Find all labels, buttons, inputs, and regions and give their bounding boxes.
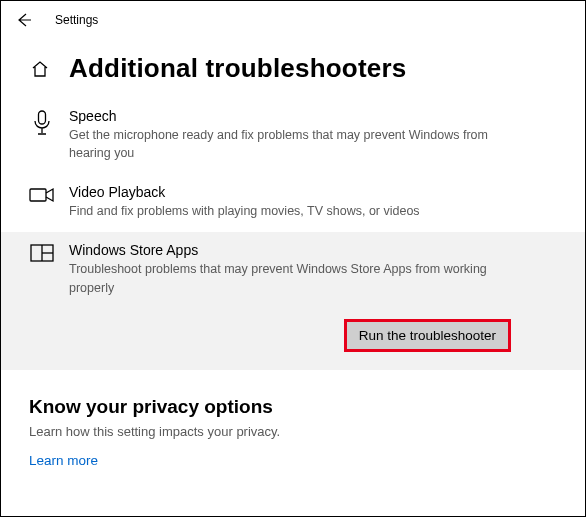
privacy-section: Know your privacy options Learn how this… <box>1 380 585 469</box>
troubleshooter-windows-store-apps[interactable]: Windows Store Apps Troubleshoot problems… <box>1 232 585 369</box>
run-troubleshooter-button[interactable]: Run the troubleshooter <box>344 319 511 352</box>
item-desc: Find and fix problems with playing movie… <box>69 202 529 220</box>
learn-more-link[interactable]: Learn more <box>29 453 98 468</box>
page-title: Additional troubleshooters <box>69 53 406 84</box>
back-icon[interactable] <box>15 11 33 29</box>
troubleshooter-speech[interactable]: Speech Get the microphone ready and fix … <box>1 98 585 174</box>
video-camera-icon <box>29 186 55 204</box>
item-desc: Get the microphone ready and fix problem… <box>69 126 529 162</box>
header-title: Settings <box>55 13 98 27</box>
svg-rect-0 <box>39 111 46 124</box>
page-title-row: Additional troubleshooters <box>1 35 585 98</box>
home-icon[interactable] <box>29 58 51 80</box>
item-title: Speech <box>69 108 563 124</box>
item-title: Video Playback <box>69 184 563 200</box>
window-header: Settings <box>1 1 585 35</box>
troubleshooter-video-playback[interactable]: Video Playback Find and fix problems wit… <box>1 174 585 232</box>
privacy-title: Know your privacy options <box>29 396 557 418</box>
item-desc: Troubleshoot problems that may prevent W… <box>69 260 529 296</box>
microphone-icon <box>29 110 55 136</box>
privacy-desc: Learn how this setting impacts your priv… <box>29 424 557 439</box>
apps-grid-icon <box>29 244 55 262</box>
svg-rect-1 <box>30 189 46 201</box>
item-title: Windows Store Apps <box>69 242 563 258</box>
